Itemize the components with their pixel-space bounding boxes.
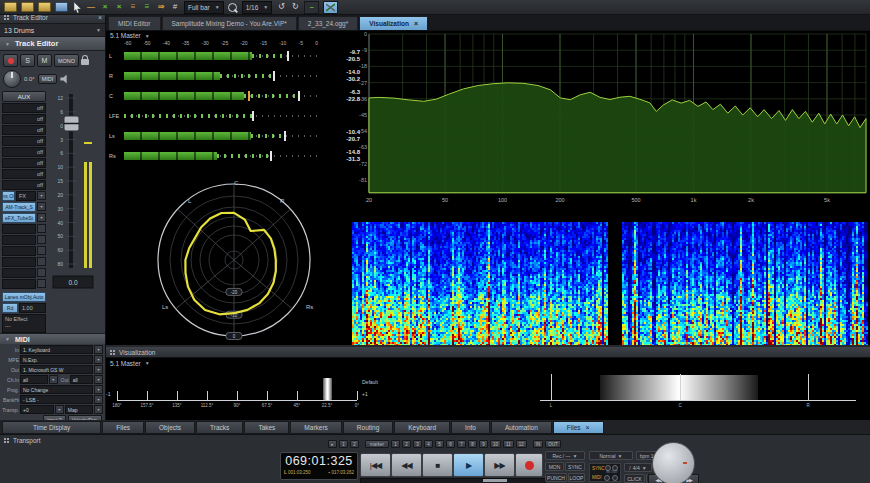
forward-button[interactable]: ▶▶ [484, 453, 515, 477]
docker-tab-markers[interactable]: Markers [290, 421, 341, 434]
plugin-slot-2[interactable]: eFX_TubeSt [2, 213, 36, 223]
master-selector[interactable]: 5.1 Master ▼ [110, 360, 150, 367]
undo-button[interactable]: ↺ [276, 2, 286, 13]
range-button-1[interactable]: 1 [339, 440, 348, 448]
midi-row-value[interactable]: 1. Microsoft GS W [20, 365, 93, 374]
aux-send-2[interactable]: off [2, 114, 46, 124]
punch-in-button[interactable]: IN [533, 440, 544, 448]
rewind-button[interactable]: ◀◀ [391, 453, 422, 477]
marker-button-7[interactable]: 7 [457, 440, 466, 448]
midi-row-value[interactable]: No Change [20, 385, 93, 394]
midi-mode-button[interactable]: MIDI [38, 74, 58, 84]
transport-scrollbar[interactable] [360, 478, 546, 483]
chevron-down-icon[interactable] [37, 224, 46, 233]
play-cursor-button[interactable]: ▸ [328, 440, 337, 448]
chevron-down-icon[interactable]: ▾ [94, 355, 103, 364]
crossfade-editor-toggle[interactable] [323, 1, 338, 14]
midi-row-value2[interactable]: Map [65, 405, 93, 414]
chevron-down-icon[interactable]: ▾ [37, 202, 46, 211]
speaker-icon[interactable] [60, 75, 69, 84]
chevron-down-icon[interactable]: ▾ [49, 375, 58, 384]
play-button[interactable]: ▶ [453, 453, 484, 477]
jog-wheel[interactable] [652, 442, 695, 483]
mute-button[interactable]: M [37, 54, 52, 67]
record-arm-button[interactable] [3, 54, 18, 67]
arrow-tool-icon[interactable] [72, 2, 82, 13]
mono-button[interactable]: MONO [54, 54, 79, 67]
marker-button-6[interactable]: 6 [446, 440, 455, 448]
aux-send-6[interactable]: off [2, 158, 46, 168]
solo-button[interactable]: S [20, 54, 35, 67]
tab-1[interactable]: Samplitude Mixing Demo - You Are.VIP* [162, 16, 297, 30]
plugin-slot-empty-3[interactable] [2, 246, 36, 256]
aux-send-1[interactable]: off [2, 103, 46, 113]
punch-out-button[interactable]: OUT [545, 440, 561, 448]
marker-button-11[interactable]: 11 [503, 440, 514, 448]
chevron-down-icon[interactable] [37, 246, 46, 255]
docker-tab-info[interactable]: Info [451, 421, 490, 434]
docker-tab-objects[interactable]: Objects [145, 421, 195, 434]
midi-row-value[interactable]: - LSB - [20, 395, 93, 404]
chevron-down-icon[interactable]: ▾ [55, 405, 64, 414]
time-signature-select[interactable]: / 4/4 ▼ [624, 463, 652, 472]
marker-button-5[interactable]: 5 [435, 440, 444, 448]
lock-icon[interactable] [81, 59, 89, 65]
marker-label-button[interactable]: marker [365, 440, 389, 448]
chevron-down-icon[interactable] [37, 279, 46, 288]
close-icon[interactable]: × [98, 14, 102, 21]
midi-row-value[interactable]: +0 [20, 405, 54, 414]
record-button[interactable] [515, 453, 543, 477]
marker-button-3[interactable]: 3 [413, 440, 422, 448]
marker-button-2[interactable]: 2 [402, 440, 411, 448]
chevron-down-icon[interactable] [37, 235, 46, 244]
aux-send-4[interactable]: off [2, 136, 46, 146]
grid-toggle-icon[interactable]: # [170, 2, 180, 13]
plugin-slot-empty-1[interactable] [2, 224, 36, 234]
fx-button[interactable]: FX [16, 191, 36, 201]
chevron-down-icon[interactable]: ▾ [94, 395, 103, 404]
go-to-start-button[interactable]: |◀◀ [360, 453, 391, 477]
quantize-select[interactable]: 1/16 ▼ [242, 1, 273, 14]
save-icon[interactable] [55, 2, 68, 13]
plugin-slot-empty-5[interactable] [2, 268, 36, 278]
track-editor-section-header[interactable]: ▼ Track Editor [0, 37, 105, 51]
midi-section-header[interactable]: ▼ MIDI [0, 334, 105, 344]
route-tool-icon[interactable]: ⇒ [156, 2, 166, 13]
read-automation-button[interactable]: Rd [2, 303, 18, 313]
sync-button[interactable]: SYNC [565, 462, 585, 471]
scrollbar-handle[interactable] [483, 479, 507, 482]
docker-tab-keyboard[interactable]: Keyboard [394, 421, 450, 434]
tab-2[interactable]: 2_33_24.ogg* [298, 16, 359, 30]
crossfade-cut-tool-icon[interactable]: × [114, 2, 124, 13]
docker-tab-takes[interactable]: Takes [244, 421, 289, 434]
zoom-tool-icon[interactable] [228, 2, 238, 13]
tab-close-icon[interactable]: × [414, 20, 418, 27]
aux-header[interactable]: AUX [2, 91, 46, 102]
docker-tab-files[interactable]: Files [102, 421, 144, 434]
marker-button-8[interactable]: 8 [468, 440, 477, 448]
docker-tab-routing[interactable]: Routing [343, 421, 393, 434]
docker-tab-time-display[interactable]: Time Display [2, 421, 101, 434]
ins-off-button[interactable]: Ins Off [2, 191, 15, 201]
chevron-down-icon[interactable]: ▾ [37, 191, 46, 200]
monitor-button[interactable]: MON [545, 462, 564, 471]
tab-0[interactable]: MIDI Editor [108, 16, 161, 30]
transport-titlebar[interactable]: Transport [0, 435, 44, 446]
chevron-down-icon[interactable] [37, 257, 46, 266]
play-mode-select[interactable]: Normal ▼ [589, 451, 633, 460]
chevron-down-icon[interactable]: ▾ [94, 375, 103, 384]
tab-3[interactable]: Visualization× [359, 16, 428, 30]
record-mode-select[interactable]: Rec / — ▼ [545, 451, 585, 460]
color-tool-toggle[interactable]: ~ [304, 1, 319, 14]
open-project-icon[interactable] [21, 2, 34, 13]
loop-button[interactable]: LOOP [568, 473, 585, 482]
midi-row-value[interactable]: 1. Keyboard [20, 345, 93, 354]
chevron-down-icon[interactable]: ▾ [94, 405, 103, 414]
aux-send-5[interactable]: off [2, 147, 46, 157]
stop-button[interactable]: ■ [422, 453, 453, 477]
chevron-down-icon[interactable] [37, 268, 46, 277]
plugin-slot-empty-2[interactable] [2, 235, 36, 245]
cut-tool-icon[interactable]: × [100, 2, 110, 13]
redo-button[interactable]: ↻ [290, 2, 300, 13]
time-display[interactable]: 069:01:325 L 001:03:250 ▪ 017:03:262 [280, 452, 358, 480]
